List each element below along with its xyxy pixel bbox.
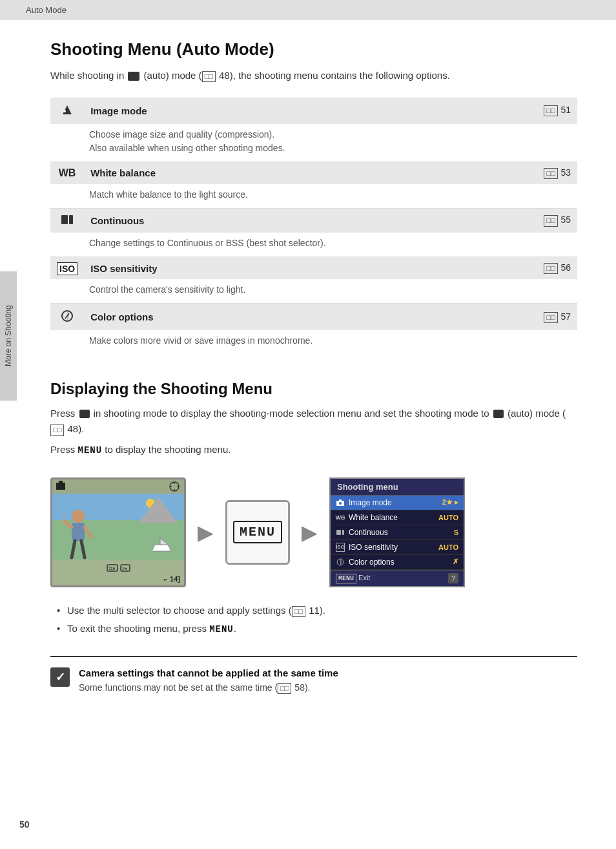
svg-line-13 (64, 521, 72, 527)
iso-desc: Control the camera's sensitivity to ligh… (50, 279, 577, 303)
sm-value-image-mode: 2★ ▸ (442, 498, 458, 507)
sm-footer-help: ? (448, 573, 458, 583)
sm-footer: MENU Exit ? (331, 570, 464, 586)
sm-title: Shooting menu (331, 479, 464, 496)
menu-button-box: MENU (225, 500, 290, 565)
note-box: ✓ Camera settings that cannot be applied… (50, 656, 577, 695)
color-label: Color options (84, 304, 526, 330)
white-balance-label: White balance (84, 162, 526, 184)
svg-marker-18 (160, 538, 168, 545)
svg-line-15 (72, 541, 75, 558)
sm-row-continuous: Continuous S (331, 525, 464, 540)
sm-row-color: Color options ✗ (331, 555, 464, 570)
iso-ref: □□ 56 (526, 257, 577, 279)
menu-item-image-mode: Image mode □□ 51 (50, 98, 577, 124)
sm-icon-camera (336, 498, 345, 507)
mountain (139, 497, 178, 523)
svg-point-11 (72, 510, 85, 523)
sm-footer-exit-label: Exit (358, 574, 370, 582)
sm-icon-continuous (336, 528, 345, 537)
white-balance-desc: Match white balance to the light source. (50, 184, 577, 208)
page-number: 50 (19, 819, 30, 830)
boat (149, 535, 174, 554)
lcd-icons-row: 720 2★ (107, 563, 130, 572)
camera-lcd: 720 2★ ⌐ 14] (50, 477, 186, 587)
sm-value-iso: AUTO (438, 543, 458, 551)
menu-table: Image mode □□ 51 Choose image size and q… (50, 98, 577, 355)
svg-rect-27 (342, 530, 344, 535)
svg-rect-2 (61, 215, 68, 224)
sm-label-color: Color options (349, 558, 395, 567)
lcd-scene (52, 494, 184, 560)
sm-icon-wb: WB (336, 513, 345, 522)
wb-icon: WB (50, 162, 84, 184)
section2-para2: Press MENU to display the shooting menu. (50, 442, 577, 457)
bullet-item-1: Use the multi selector to choose and app… (57, 603, 577, 618)
sm-row-white-balance: WB White balance AUTO (331, 510, 464, 525)
continuous-label: Continuous (84, 209, 526, 233)
bullet-item-2: To exit the shooting menu, press MENU. (57, 621, 577, 636)
note-title: Camera settings that cannot be applied a… (79, 667, 338, 678)
sm-label-iso: ISO sensitivity (349, 543, 398, 552)
breadcrumb-text: Auto Mode (26, 5, 67, 15)
arrow-right-1: ▶ (198, 520, 214, 545)
image-mode-label: Image mode (84, 98, 526, 124)
sm-label-image-mode: Image mode (349, 498, 392, 507)
svg-text:720: 720 (108, 567, 116, 571)
color-ref: □□ 57 (526, 304, 577, 330)
svg-marker-17 (152, 545, 171, 551)
sm-value-white-balance: AUTO (438, 514, 458, 521)
sm-value-color: ✗ (453, 558, 458, 566)
svg-text:2★: 2★ (122, 567, 127, 571)
image-mode-ref: □□ 51 (526, 98, 577, 124)
note-text: Some functions may not be set at the sam… (79, 681, 338, 695)
svg-line-16 (81, 541, 85, 558)
continuous-desc: Change settings to Continuous or BSS (be… (50, 233, 577, 257)
main-content: Shooting Menu (Auto Mode) While shooting… (12, 20, 616, 714)
color-icon (50, 304, 84, 330)
menu-item-iso: ISO ISO sensitivity □□ 56 (50, 257, 577, 279)
person-silhouette (59, 505, 94, 560)
lcd-bottom-bar: 720 2★ ⌐ 14] (52, 560, 184, 585)
sm-label-white-balance: White balance (349, 513, 398, 522)
menu-item-white-balance: WB White balance □□ 53 (50, 162, 577, 184)
svg-marker-0 (63, 105, 72, 114)
svg-point-25 (339, 502, 342, 505)
section1-title: Shooting Menu (Auto Mode) (50, 39, 577, 59)
iso-icon: ISO (50, 257, 84, 279)
menu-item-continuous: Continuous □□ 55 (50, 209, 577, 233)
iso-label: ISO sensitivity (84, 257, 526, 279)
lcd-quality-icon: 2★ (120, 563, 130, 572)
bullet-list: Use the multi selector to choose and app… (57, 603, 577, 636)
sm-icon-color (336, 558, 345, 567)
sm-row-image-mode: Image mode 2★ ▸ (331, 496, 464, 510)
sm-label-continuous: Continuous (349, 528, 388, 537)
menu-button-label: MENU (233, 521, 282, 543)
image-mode-desc: Choose image size and quality (compressi… (50, 124, 577, 162)
continuous-ref: □□ 55 (526, 209, 577, 233)
arrow-right-2: ▶ (302, 520, 318, 545)
svg-rect-26 (336, 530, 341, 535)
sm-footer-menu-label: MENU (336, 574, 356, 583)
section2-para1: Press in shooting mode to display the sh… (50, 406, 577, 437)
section1-intro: While shooting in (auto) mode (□□ 48), t… (50, 68, 577, 83)
lcd-camera-icon (56, 483, 65, 490)
svg-line-14 (85, 527, 91, 537)
shooting-menu-ui: Shooting menu Image mode 2★ ▸ (329, 477, 465, 587)
note-icon: ✓ (50, 667, 70, 687)
lcd-frame-count: ⌐ 14] (56, 575, 180, 583)
sm-value-continuous: S (454, 529, 458, 536)
breadcrumb: Auto Mode (0, 0, 616, 20)
sm-icon-iso: ISO (336, 543, 345, 552)
lcd-memory-icon: 720 (107, 563, 118, 572)
continuous-icon (50, 209, 84, 233)
sm-row-iso: ISO ISO sensitivity AUTO (331, 540, 464, 555)
note-content: Camera settings that cannot be applied a… (79, 667, 338, 695)
section2-title: Displaying the Shooting Menu (50, 380, 577, 398)
svg-rect-12 (72, 523, 85, 541)
side-tab: More on Shooting (0, 271, 17, 401)
svg-point-1 (63, 110, 66, 112)
side-tab-label: More on Shooting (4, 306, 13, 367)
svg-rect-3 (69, 215, 73, 224)
white-balance-ref: □□ 53 (526, 162, 577, 184)
